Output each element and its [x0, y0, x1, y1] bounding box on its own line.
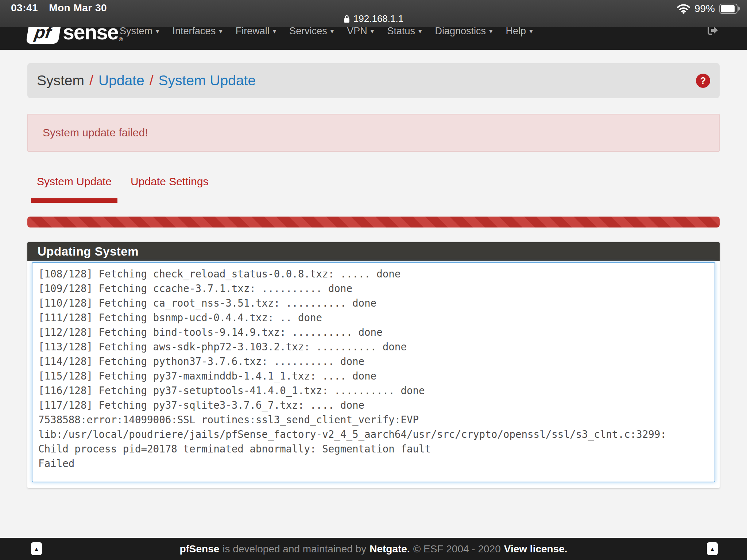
status-time: 03:41	[11, 2, 38, 14]
console-line: [113/128] Fetching aws-sdk-php72-3.103.2…	[38, 339, 709, 354]
pfsense-update-page: 03:41 Mon Mar 30 192.168.1.1 99%	[0, 0, 747, 560]
nav-menu-label: Help	[506, 26, 526, 37]
console-line: Child process pid=20178 terminated abnor…	[38, 442, 709, 456]
nav-menu-label: Interfaces	[173, 26, 216, 37]
console-line: [109/128] Fetching ccache-3.7.1.txz: ...…	[38, 281, 709, 296]
status-time-date: 03:41 Mon Mar 30	[11, 2, 107, 14]
footer: ▲ pfSense is developed and maintained by…	[0, 538, 747, 560]
console-line: [110/128] Fetching ca_root_nss-3.51.txz:…	[38, 296, 709, 310]
console-line: [115/128] Fetching py37-maxminddb-1.4.1_…	[38, 369, 709, 383]
nav-menu-firewall[interactable]: Firewall ▾	[236, 26, 276, 37]
nav-menu-status[interactable]: Status ▾	[387, 26, 422, 37]
breadcrumb: System / Update / System Update ?	[27, 63, 720, 98]
ios-status-bar: 03:41 Mon Mar 30 192.168.1.1 99%	[0, 0, 747, 27]
nav-menu-system[interactable]: System ▾	[120, 26, 159, 37]
updating-system-panel: Updating System [108/128] Fetching check…	[27, 242, 720, 488]
url-text: 192.168.1.1	[353, 13, 403, 24]
alert-message: System update failed!	[43, 127, 148, 139]
nav-menu-label: Diagnostics	[435, 26, 486, 37]
footer-netgate-link[interactable]: Netgate.	[369, 543, 410, 555]
console-line: [114/128] Fetching python37-3.7.6.txz: .…	[38, 354, 709, 369]
nav-menu-label: VPN	[347, 26, 367, 37]
up-triangle-icon: ▲	[34, 546, 39, 552]
footer-view-license-link[interactable]: View license.	[504, 543, 568, 555]
console-line: [111/128] Fetching bsnmp-ucd-0.4.4.txz: …	[38, 310, 709, 325]
wifi-icon	[677, 4, 690, 14]
footer-brand: pfSense	[179, 543, 219, 555]
brand-registered-mark: ®	[119, 36, 123, 42]
nav-menu-interfaces[interactable]: Interfaces ▾	[173, 26, 222, 37]
help-button[interactable]: ?	[696, 74, 710, 88]
panel-body: [108/128] Fetching check_reload_status-0…	[27, 261, 720, 488]
console-line: [108/128] Fetching check_reload_status-0…	[38, 267, 709, 281]
console-line: 7538588:error:14099006:SSL routines:ssl3…	[38, 412, 709, 427]
address-bar[interactable]: 192.168.1.1	[0, 13, 747, 24]
console-line: [112/128] Fetching bind-tools-9.14.9.txz…	[38, 325, 709, 339]
console-line: lib:/usr/local/poudriere/jails/pfSense_f…	[38, 427, 709, 442]
status-date: Mon Mar 30	[49, 2, 107, 14]
nav-menu-diagnostics[interactable]: Diagnostics ▾	[435, 26, 493, 37]
nav-menu-label: System	[120, 26, 152, 37]
question-mark-icon: ?	[700, 75, 706, 86]
up-triangle-icon: ▲	[710, 546, 715, 552]
footer-maintained-text: is developed and maintained by	[222, 543, 366, 555]
nav-menus: System ▾ Interfaces ▾ Firewall ▾ Service…	[120, 26, 533, 37]
panel-title: Updating System	[27, 242, 720, 261]
breadcrumb-separator: /	[89, 73, 93, 89]
chevron-down-icon: ▾	[529, 27, 533, 35]
breadcrumb-system-update-link[interactable]: System Update	[158, 73, 256, 89]
breadcrumb-separator: /	[150, 73, 154, 89]
nav-menu-services[interactable]: Services ▾	[289, 26, 334, 37]
update-failed-alert: System update failed!	[27, 114, 720, 152]
breadcrumb-system: System	[37, 73, 84, 89]
console-line: [117/128] Fetching py37-sqlite3-3.7.6_7.…	[38, 398, 709, 412]
nav-menu-label: Services	[289, 26, 327, 37]
scroll-top-button-left[interactable]: ▲	[31, 542, 42, 555]
chevron-down-icon: ▾	[273, 27, 276, 35]
chevron-down-icon: ▾	[489, 27, 493, 35]
nav-menu-label: Firewall	[236, 26, 270, 37]
chevron-down-icon: ▾	[371, 27, 374, 35]
nav-menu-label: Status	[387, 26, 415, 37]
nav-menu-vpn[interactable]: VPN ▾	[347, 26, 374, 37]
scroll-top-button-right[interactable]: ▲	[707, 542, 718, 555]
tab-system-update[interactable]: System Update	[31, 175, 117, 203]
chevron-down-icon: ▾	[330, 27, 334, 35]
chevron-down-icon: ▾	[156, 27, 159, 35]
console-line: Failed	[38, 456, 709, 471]
tab-update-settings[interactable]: Update Settings	[125, 175, 214, 203]
footer-copyright: © ESF 2004 - 2020	[413, 543, 501, 555]
nav-menu-help[interactable]: Help ▾	[506, 26, 533, 37]
breadcrumb-update-link[interactable]: Update	[98, 73, 144, 89]
battery-percent: 99%	[694, 3, 715, 15]
chevron-down-icon: ▾	[219, 27, 222, 35]
console-line: [116/128] Fetching py37-setuptools-41.4.…	[38, 383, 709, 398]
tab-bar: System Update Update Settings	[31, 175, 214, 203]
status-indicators: 99%	[677, 3, 738, 15]
update-console[interactable]: [108/128] Fetching check_reload_status-0…	[32, 262, 715, 482]
lock-icon	[344, 15, 350, 23]
update-progress-bar	[27, 217, 720, 228]
battery-icon	[719, 4, 738, 14]
chevron-down-icon: ▾	[418, 27, 422, 35]
